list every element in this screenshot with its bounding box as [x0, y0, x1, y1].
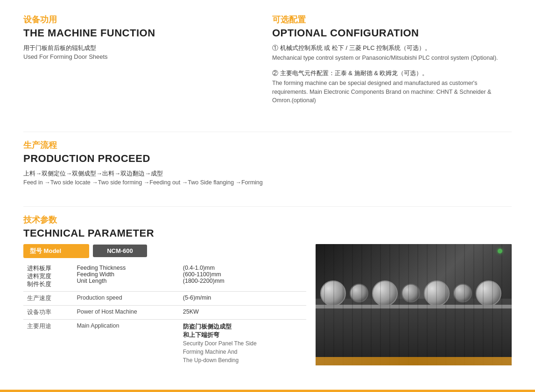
table-section: 型号 Model NCM-600 进料板厚 进料宽度 制件长度: [23, 244, 306, 367]
param-val-2: (600-1100)mm: [183, 271, 303, 278]
table-row-power: 设备功率 Power of Host Machine 25KW: [23, 305, 306, 319]
param-en-3: Unit Length: [77, 278, 175, 284]
production-section: 生产流程 PRODUCTION PROCEED 上料→双侧定位→双侧成型→出料→…: [23, 132, 512, 206]
param-cn-power: 设备功率: [23, 305, 73, 319]
config-en-2: The forming machine can be special desig…: [272, 79, 512, 105]
config-cn-2: ② 主要电气元件配置：正泰 & 施耐德 & 欧姆龙（可选）。: [272, 69, 512, 77]
table-row-triple: 进料板厚 进料宽度 制件长度 Feeding Thickness Feeding…: [23, 262, 306, 292]
model-value: NCM-600: [93, 245, 147, 257]
app-cn: 防盗门板侧边成型和上下端折弯: [183, 323, 232, 338]
param-en-triple: Feeding Thickness Feeding Width Unit Len…: [73, 262, 179, 292]
production-chinese-label: 生产流程: [23, 140, 512, 151]
production-flow-en: Feed in →Two side locate →Two side formi…: [23, 179, 512, 186]
param-cn-speed: 生产速度: [23, 291, 73, 305]
img-overlay: [316, 244, 512, 365]
param-val-1: (0.4-1.0)mm: [183, 265, 303, 271]
technical-inner: 型号 Model NCM-600 进料板厚 进料宽度 制件长度: [23, 244, 512, 367]
machine-function-english-label: THE MACHINE FUNCTION: [23, 27, 249, 39]
bottom-bar: [0, 390, 535, 392]
optional-config-item-1: ① 机械式控制系统 或 松下 / 三菱 PLC 控制系统（可选）。 Mechan…: [272, 44, 512, 63]
machine-function-section: 设备功用 THE MACHINE FUNCTION 用于门板前后板的辊轧成型 U…: [23, 14, 268, 132]
optional-config-chinese-label: 可选配置: [272, 14, 512, 25]
param-val-app: 防盗门板侧边成型和上下端折弯 Security Door Panel The S…: [179, 319, 306, 367]
model-label: 型号 Model: [23, 244, 89, 258]
model-row: 型号 Model NCM-600: [23, 244, 306, 258]
machine-function-desc-cn: 用于门板前后板的辊轧成型: [23, 44, 249, 52]
machine-image: [316, 244, 512, 365]
app-en: Security Door Panel The SideForming Mach…: [183, 340, 257, 364]
param-val-3: (1800-2200)mm: [183, 278, 303, 284]
optional-config-section: 可选配置 OPTIONAL CONFIGURATION ① 机械式控制系统 或 …: [268, 14, 512, 132]
param-cn-2: 进料宽度: [27, 273, 69, 280]
green-light: [498, 249, 502, 253]
param-en-1: Feeding Thickness: [77, 265, 175, 271]
config-en-1: Mechanical type control system or Panaso…: [272, 54, 512, 63]
production-flow-cn: 上料→双侧定位→双侧成型→出料→双边翻边→成型: [23, 169, 512, 178]
config-cn-1: ① 机械式控制系统 或 松下 / 三菱 PLC 控制系统（可选）。: [272, 44, 512, 52]
param-en-speed: Production speed: [73, 291, 179, 305]
technical-section: 技术参数 TECHNICAL PARAMETER 型号 Model NCM-60…: [23, 206, 512, 378]
param-val-power: 25KW: [179, 305, 306, 319]
yellow-band: [316, 357, 512, 365]
table-row-speed: 生产速度 Production speed (5-6)m/min: [23, 291, 306, 305]
param-cn-triple: 进料板厚 进料宽度 制件长度: [23, 262, 73, 292]
table-row-application: 主要用途 Main Application 防盗门板侧边成型和上下端折弯 Sec…: [23, 319, 306, 367]
technical-chinese-label: 技术参数: [23, 214, 512, 225]
param-table: 进料板厚 进料宽度 制件长度 Feeding Thickness Feeding…: [23, 262, 306, 367]
param-en-app: Main Application: [73, 319, 179, 367]
param-val-speed: (5-6)m/min: [179, 291, 306, 305]
param-en-power: Power of Host Machine: [73, 305, 179, 319]
optional-config-item-2: ② 主要电气元件配置：正泰 & 施耐德 & 欧姆龙（可选）。 The formi…: [272, 69, 512, 105]
param-val-triple: (0.4-1.0)mm (600-1100)mm (1800-2200)mm: [179, 262, 306, 292]
param-en-2: Feeding Width: [77, 271, 175, 278]
machine-image-inner: [316, 244, 512, 365]
production-english-label: PRODUCTION PROCEED: [23, 153, 512, 165]
param-cn-app: 主要用途: [23, 319, 73, 367]
technical-english-label: TECHNICAL PARAMETER: [23, 227, 512, 239]
optional-config-english-label: OPTIONAL CONFIGURATION: [272, 27, 512, 39]
param-cn-3: 制件长度: [27, 280, 69, 288]
machine-function-desc-en: Used For Forming Door Sheets: [23, 53, 249, 60]
machine-function-chinese-label: 设备功用: [23, 14, 249, 25]
param-cn-1: 进料板厚: [27, 265, 69, 273]
